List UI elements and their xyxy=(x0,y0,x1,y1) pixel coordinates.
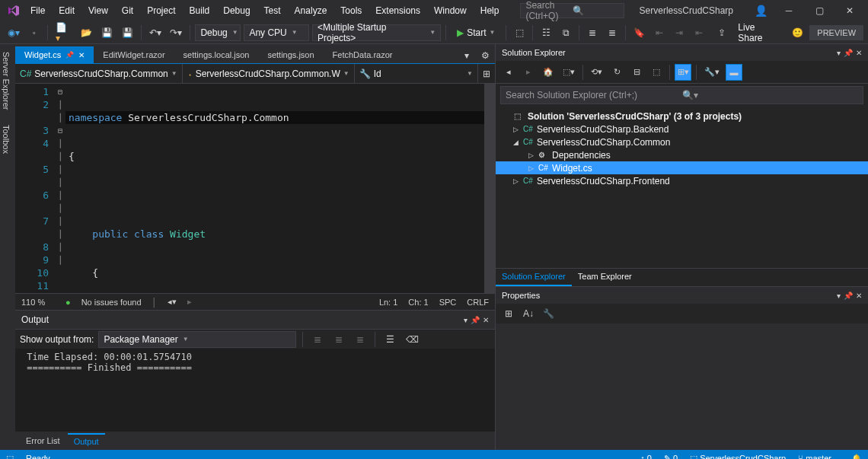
se-fwd-icon[interactable]: ▸ xyxy=(520,64,537,81)
tool-icon-7[interactable]: ⇥ xyxy=(671,24,688,41)
undo-icon[interactable]: ↶▾ xyxy=(146,24,164,41)
se-pin-icon[interactable]: 📌 xyxy=(844,49,853,57)
menu-view[interactable]: View xyxy=(82,2,114,19)
menu-analyze[interactable]: Analyze xyxy=(289,2,333,19)
se-preview-icon[interactable]: ▬ xyxy=(726,64,742,81)
se-back-icon[interactable]: ◂ xyxy=(500,64,517,81)
tree-proj-backend[interactable]: ▷C#ServerlessCrudCSharp.Backend xyxy=(496,123,868,135)
se-showall-icon[interactable]: ⬚ xyxy=(648,64,665,81)
tree-deps[interactable]: ▷⚙Dependencies xyxy=(496,148,868,161)
split-icon[interactable]: ⊞ xyxy=(478,65,495,82)
menu-file[interactable]: File xyxy=(24,2,51,19)
se-close-icon[interactable]: ✕ xyxy=(856,49,862,57)
user-avatar-icon[interactable]: 👤 xyxy=(755,5,767,17)
output-tool-3[interactable]: ≣ xyxy=(352,331,369,348)
editor-scrollbar[interactable] xyxy=(484,84,495,293)
props-menu-icon[interactable]: ▾ xyxy=(837,292,841,300)
fold-column[interactable]: ⊟││⊟││││││││││ xyxy=(55,84,65,293)
team-explorer-tab[interactable]: Team Explorer xyxy=(572,269,638,286)
minimize-button[interactable]: ─ xyxy=(774,0,804,21)
code-area[interactable]: namespace ServerlessCrudCSharp.Common { … xyxy=(65,84,484,293)
git-repo[interactable]: ⬚ ServerlessCrudCSharp xyxy=(690,454,786,460)
bookmark-icon[interactable]: 🔖 xyxy=(630,24,648,41)
tool-icon-6[interactable]: ⇤ xyxy=(651,24,668,41)
tool-icon-4[interactable]: ≣ xyxy=(584,24,601,41)
output-tool-1[interactable]: ≣ xyxy=(309,331,326,348)
menu-extensions[interactable]: Extensions xyxy=(369,2,426,19)
se-home-icon[interactable]: 🏠 xyxy=(540,64,557,81)
tool-icon-1[interactable]: ⬚ xyxy=(511,24,528,41)
se-props-icon[interactable]: 🔧▾ xyxy=(701,64,723,81)
props-az-icon[interactable]: A↓ xyxy=(520,305,537,322)
pin-icon[interactable]: 📌 xyxy=(65,51,74,59)
tree-proj-common[interactable]: ◢C#ServerlessCrudCSharp.Common xyxy=(496,135,868,148)
output-text[interactable]: Time Elapsed: 00:00:01.5754710 =========… xyxy=(15,349,495,432)
menu-project[interactable]: Project xyxy=(141,2,181,19)
se-search-input[interactable]: Search Solution Explorer (Ctrl+;)🔍▾ xyxy=(500,86,863,104)
nav-class-combo[interactable]: ⬪ServerlessCrudCSharp.Common.W▼ xyxy=(183,64,355,83)
tool-icon-2[interactable]: ☷ xyxy=(538,24,554,41)
feedback-icon[interactable]: 🙂 xyxy=(789,24,806,41)
props-cat-icon[interactable]: ⊞ xyxy=(500,305,517,322)
nav-project-combo[interactable]: C#ServerlessCrudCSharp.Common▼ xyxy=(15,64,183,83)
output-source-combo[interactable]: Package Manager▼ xyxy=(98,331,296,348)
se-sync-icon[interactable]: ⟲▾ xyxy=(588,64,605,81)
menu-debug[interactable]: Debug xyxy=(217,2,256,19)
nav-back-icon[interactable]: ◉▾ xyxy=(5,24,23,41)
menu-window[interactable]: Window xyxy=(428,2,473,19)
props-pin-icon[interactable]: 📌 xyxy=(844,292,853,300)
props-wrench-icon[interactable]: 🔧 xyxy=(540,305,557,322)
liveshare-label[interactable]: Live Share xyxy=(733,22,786,43)
git-push-icon[interactable]: ↑ 0 xyxy=(640,454,652,459)
tool-icon-5[interactable]: ≣ xyxy=(604,24,621,41)
se-refresh-icon[interactable]: ↻ xyxy=(608,64,625,81)
output-tool-4[interactable]: ☰ xyxy=(381,331,398,348)
save-all-icon[interactable]: 💾 xyxy=(119,24,136,41)
tab-widget-cs[interactable]: Widget.cs📌✕ xyxy=(15,46,94,63)
panel-close-icon[interactable]: ✕ xyxy=(483,316,489,324)
line-indicator[interactable]: Ln: 1 xyxy=(379,298,397,307)
tree-solution[interactable]: ⬚Solution 'ServerlessCrudCSharp' (3 of 3… xyxy=(496,110,868,123)
nav-fwd-icon[interactable]: ◦ xyxy=(26,24,43,41)
menu-tools[interactable]: Tools xyxy=(334,2,368,19)
menu-build[interactable]: Build xyxy=(183,2,216,19)
config-combo[interactable]: Debug▼ xyxy=(195,24,241,41)
props-grid[interactable] xyxy=(496,324,868,450)
toolbox-tab[interactable]: Toolbox xyxy=(0,117,15,161)
se-switch-icon[interactable]: ⬚▾ xyxy=(560,64,578,81)
new-item-icon[interactable]: 📄▾ xyxy=(53,24,75,41)
maximize-button[interactable]: ▢ xyxy=(804,0,834,21)
search-input[interactable]: Search (Ctrl+Q) 🔍 xyxy=(520,3,624,18)
notifications-icon[interactable]: 🔔 xyxy=(851,454,862,460)
tab-editwidget[interactable]: EditWidget.razor xyxy=(94,46,174,63)
tab-settings-local[interactable]: settings.local.json xyxy=(174,46,259,63)
menu-edit[interactable]: Edit xyxy=(53,2,81,19)
startup-combo[interactable]: <Multiple Startup Projects>▼ xyxy=(312,24,441,41)
tree-widget-cs[interactable]: ▷C#Widget.cs xyxy=(496,161,868,174)
issues-label[interactable]: No issues found xyxy=(81,298,142,307)
server-explorer-tab[interactable]: Server Explorer xyxy=(0,44,15,117)
nav-member-combo[interactable]: 🔧Id▼ xyxy=(355,64,478,83)
tab-menu-icon[interactable]: ▾ xyxy=(458,47,475,64)
se-tab[interactable]: Solution Explorer xyxy=(496,269,572,286)
spc-indicator[interactable]: SPC xyxy=(439,298,457,307)
menu-git[interactable]: Git xyxy=(116,2,139,19)
output-tool-2[interactable]: ≣ xyxy=(330,331,347,348)
tool-icon-3[interactable]: ⧉ xyxy=(557,24,574,41)
tree-proj-frontend[interactable]: ▷C#ServerlessCrudCSharp.Frontend xyxy=(496,174,868,187)
output-tab[interactable]: Output xyxy=(68,433,105,448)
save-icon[interactable]: 💾 xyxy=(98,24,116,41)
char-indicator[interactable]: Ch: 1 xyxy=(408,298,428,307)
nav-prev-icon[interactable]: ◂▾ xyxy=(168,297,177,307)
error-list-tab[interactable]: Error List xyxy=(20,434,66,448)
close-button[interactable]: ✕ xyxy=(834,0,865,21)
se-menu-icon[interactable]: ▾ xyxy=(837,49,841,57)
tool-icon-8[interactable]: ⇤ xyxy=(691,24,707,41)
tab-settings[interactable]: settings.json xyxy=(258,46,323,63)
panel-pin-icon[interactable]: 📌 xyxy=(471,316,480,324)
solution-tree[interactable]: ⬚Solution 'ServerlessCrudCSharp' (3 of 3… xyxy=(496,107,868,268)
git-pull-icon[interactable]: ✎ 0 xyxy=(664,454,678,460)
liveshare-icon[interactable]: ⇪ xyxy=(713,24,730,41)
se-view-icon[interactable]: ⊞▾ xyxy=(675,64,691,81)
preview-button[interactable]: PREVIEW xyxy=(809,25,863,40)
